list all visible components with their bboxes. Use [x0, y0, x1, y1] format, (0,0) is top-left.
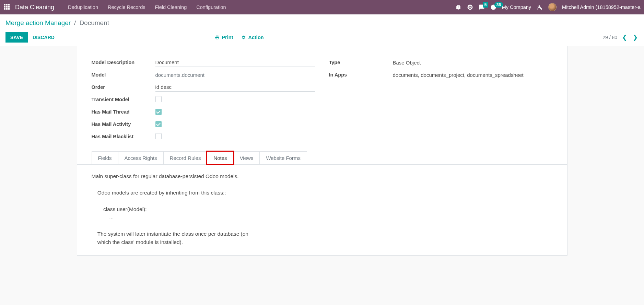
label-transient: Transient Model [92, 97, 155, 102]
breadcrumb-current: Document [79, 19, 109, 27]
pager-prev-icon[interactable]: ❮ [621, 34, 628, 41]
input-model-description[interactable] [155, 58, 315, 67]
tab-website-forms[interactable]: Website Forms [259, 151, 307, 164]
support-icon[interactable] [467, 4, 473, 10]
tools-icon[interactable] [537, 4, 543, 10]
label-order: Order [92, 84, 155, 90]
form-right-column: Type Base Object In Apps documents, docu… [329, 57, 553, 143]
tab-fields[interactable]: Fields [92, 151, 118, 164]
label-model-description: Model Description [92, 60, 155, 65]
label-in-apps: In Apps [329, 72, 393, 78]
value-model: documents.document [155, 71, 315, 79]
save-button[interactable]: SAVE [5, 32, 28, 43]
label-mail-thread: Has Mail Thread [92, 109, 155, 115]
print-button[interactable]: Print [215, 35, 233, 40]
tabs: Fields Access Rights Record Rules Notes … [92, 151, 553, 164]
navbar-right: 5 36 My Company Mitchell Admin (18158952… [455, 0, 641, 14]
main-navbar: Data Cleaning Deduplication Recycle Reco… [0, 0, 644, 14]
label-mail-activity: Has Mail Activity [92, 121, 155, 127]
avatar[interactable] [548, 3, 557, 11]
app-brand[interactable]: Data Cleaning [15, 4, 54, 11]
checkbox-mail-activity[interactable] [155, 121, 162, 127]
form-sheet: Model Description Model documents.docume… [77, 46, 567, 256]
tab-views[interactable]: Views [233, 151, 260, 164]
apps-icon[interactable] [4, 4, 10, 10]
tab-access-rights[interactable]: Access Rights [118, 151, 164, 164]
action-label: Action [248, 35, 264, 40]
messages-icon[interactable]: 5 [479, 4, 485, 10]
tab-record-rules[interactable]: Record Rules [163, 151, 208, 164]
gear-icon [241, 35, 246, 40]
checkbox-mail-thread[interactable] [155, 109, 162, 115]
company-switcher[interactable]: My Company [502, 4, 531, 10]
activities-badge: 36 [494, 2, 503, 8]
tab-notes[interactable]: Notes [207, 151, 233, 164]
user-menu[interactable]: Mitchell Admin (18158952-master-a [562, 4, 641, 10]
pager: 29 / 80 ❮ ❯ [602, 34, 639, 41]
nav-recycle-records[interactable]: Recycle Records [103, 0, 150, 14]
discard-button[interactable]: DISCARD [33, 35, 55, 40]
print-icon [215, 35, 220, 40]
value-in-apps: documents, documents_project, documents_… [393, 72, 553, 78]
control-bar: Merge action Manager / Document SAVE DIS… [0, 14, 644, 46]
pager-next-icon[interactable]: ❯ [632, 34, 639, 41]
label-mail-blacklist: Has Mail Blacklist [92, 134, 155, 139]
nav-deduplication[interactable]: Deduplication [63, 0, 103, 14]
nav-configuration[interactable]: Configuration [191, 0, 231, 14]
breadcrumb-separator: / [74, 19, 76, 27]
label-model: Model [92, 72, 155, 78]
bug-icon[interactable] [455, 4, 461, 10]
checkbox-transient[interactable] [155, 96, 162, 102]
tab-panel-notes: Main super-class for regular database-pe… [77, 164, 567, 250]
action-button[interactable]: Action [241, 35, 264, 40]
nav-field-cleaning[interactable]: Field Cleaning [150, 0, 192, 14]
value-type: Base Object [393, 60, 553, 66]
pager-text: 29 / 80 [602, 35, 617, 40]
label-type: Type [329, 60, 393, 65]
messages-badge: 5 [483, 2, 489, 8]
breadcrumb: Merge action Manager / Document [5, 19, 639, 27]
checkbox-mail-blacklist[interactable] [155, 133, 162, 139]
input-order[interactable] [155, 83, 315, 92]
main-menu: Deduplication Recycle Records Field Clea… [63, 0, 231, 14]
notes-content[interactable]: Main super-class for regular database-pe… [92, 172, 553, 246]
print-label: Print [222, 35, 233, 40]
form-left-column: Model Description Model documents.docume… [92, 57, 315, 143]
breadcrumb-parent[interactable]: Merge action Manager [5, 19, 71, 27]
activities-icon[interactable]: 36 [490, 4, 496, 10]
